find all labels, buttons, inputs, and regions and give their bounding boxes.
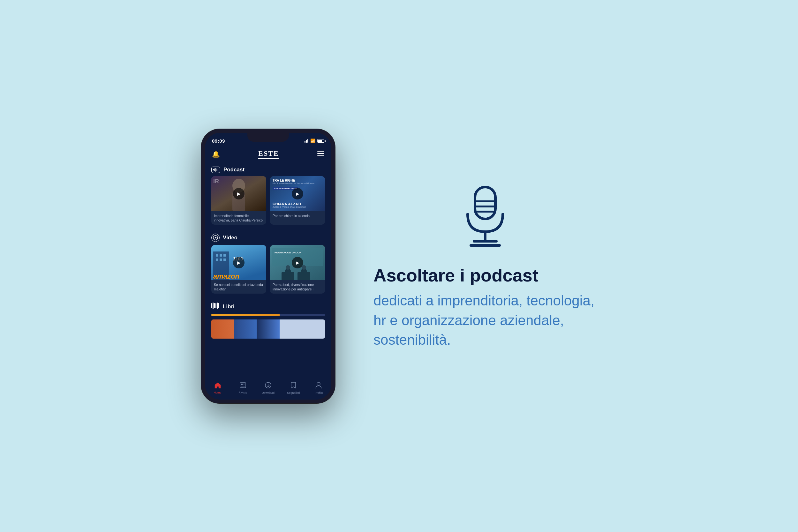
- wifi-icon: 📶: [310, 138, 316, 143]
- svg-rect-36: [215, 303, 216, 308]
- video-card-1-caption: Se non sei benefit sei un'azienda malefi…: [211, 280, 266, 293]
- waveform-icon: [211, 167, 220, 173]
- podcast-section-header: Podcast: [205, 162, 331, 176]
- bell-icon[interactable]: 🔔: [212, 150, 220, 158]
- video-card-2-image: PARMAFOOD GROUP ▶: [270, 245, 325, 280]
- play-button-video2[interactable]: ▶: [292, 257, 303, 268]
- svg-rect-4: [214, 169, 215, 171]
- podcast-card-1[interactable]: IR ▶ Imprenditoria femminile innovativa,…: [211, 176, 266, 225]
- phone-content: Podcast: [205, 162, 331, 379]
- podcast-card-1-image: IR ▶: [211, 176, 266, 211]
- video-card-2[interactable]: PARMAFOOD GROUP ▶: [270, 245, 325, 293]
- play-button-video1[interactable]: ▶: [233, 257, 245, 268]
- nav-profilo[interactable]: Profilo: [306, 382, 331, 395]
- play-button-podcast2[interactable]: ▶: [292, 188, 303, 200]
- svg-rect-35: [214, 303, 215, 308]
- svg-marker-13: [215, 237, 217, 239]
- svg-point-47: [317, 382, 320, 385]
- page-wrapper: 09:09 📶 🔔 ESTE: [0, 0, 798, 532]
- promo-subtitle: dedicati a imprenditoria, tecnologia, hr…: [374, 291, 597, 350]
- video-cards-row: amazon 1100 ▶ Se non sei benefit sei un'…: [205, 245, 331, 298]
- home-icon: [214, 382, 221, 390]
- battery-icon: [317, 139, 324, 142]
- podcast-label: Podcast: [224, 167, 245, 173]
- podcast-card-2-caption: Parlare chiaro in azienda: [270, 211, 325, 220]
- svg-rect-6: [217, 169, 217, 171]
- phone-notch: [247, 133, 289, 142]
- nav-segnalibri[interactable]: Segnalibri: [281, 382, 306, 395]
- video-section-header: Video: [205, 229, 331, 245]
- svg-rect-38: [218, 303, 219, 308]
- books-icon: [211, 303, 220, 310]
- video-card-1-image: amazon 1100 ▶: [211, 245, 266, 280]
- libri-label: Libri: [223, 304, 234, 310]
- mic-icon-container: [374, 182, 597, 252]
- microphone-icon: [450, 182, 520, 252]
- nav-download-label: Download: [262, 391, 274, 395]
- person-icon: [316, 382, 322, 390]
- svg-rect-3: [213, 169, 214, 170]
- libri-section-header: Libri: [205, 298, 331, 314]
- svg-rect-5: [215, 168, 216, 172]
- play-button-podcast1[interactable]: ▶: [233, 188, 245, 200]
- newspaper-icon: [240, 382, 246, 390]
- video-card-2-caption: Parmafood, diversificazione innovazione …: [270, 280, 325, 293]
- svg-rect-7: [218, 169, 218, 170]
- app-logo: ESTE: [258, 149, 279, 159]
- podcast-cards-row: IR ▶ Imprenditoria femminile innovativa,…: [205, 176, 331, 229]
- phone-mockup: 09:09 📶 🔔 ESTE: [201, 129, 335, 403]
- svg-rect-1: [317, 153, 324, 154]
- svg-rect-37: [217, 303, 218, 309]
- nav-home-label: Home: [214, 391, 222, 394]
- nav-home[interactable]: Home: [205, 382, 230, 394]
- podcast-card-2-image: TRA LE RIGHE Libri di management per chi…: [270, 176, 325, 211]
- svg-rect-48: [475, 187, 495, 219]
- promo-title: Ascoltare i podcast: [374, 265, 597, 286]
- svg-rect-40: [241, 384, 243, 385]
- app-header: 🔔 ESTE: [205, 147, 331, 162]
- nav-download[interactable]: Download: [255, 382, 281, 395]
- books-progress-bar: [211, 314, 325, 316]
- video-card-1[interactable]: amazon 1100 ▶ Se non sei benefit sei un'…: [211, 245, 266, 293]
- svg-rect-34: [213, 303, 213, 309]
- bottom-nav: Home Riviste: [205, 379, 331, 400]
- promo-section: Ascoltare i podcast dedicati a imprendit…: [374, 182, 597, 350]
- svg-rect-0: [317, 151, 324, 152]
- status-icons: 📶: [305, 138, 324, 143]
- svg-rect-2: [317, 155, 324, 156]
- bookmark-icon: [290, 382, 296, 390]
- play-circle-icon: [211, 234, 220, 242]
- signal-icon: [305, 139, 308, 142]
- svg-rect-33: [211, 303, 212, 308]
- nav-profilo-label: Profilo: [315, 391, 323, 395]
- video-label: Video: [223, 234, 238, 241]
- menu-icon[interactable]: [317, 151, 324, 157]
- nav-riviste[interactable]: Riviste: [230, 382, 255, 394]
- download-icon: [265, 382, 272, 390]
- status-time: 09:09: [212, 138, 225, 144]
- podcast-card-2[interactable]: TRA LE RIGHE Libri di management per chi…: [270, 176, 325, 225]
- nav-riviste-label: Riviste: [239, 391, 247, 394]
- promo-text-block: Ascoltare i podcast dedicati a imprendit…: [374, 265, 597, 350]
- podcast-card-1-caption: Imprenditoria femminile innovativa, parl…: [211, 211, 266, 225]
- nav-segnalibri-label: Segnalibri: [287, 391, 300, 395]
- books-preview: [211, 320, 325, 339]
